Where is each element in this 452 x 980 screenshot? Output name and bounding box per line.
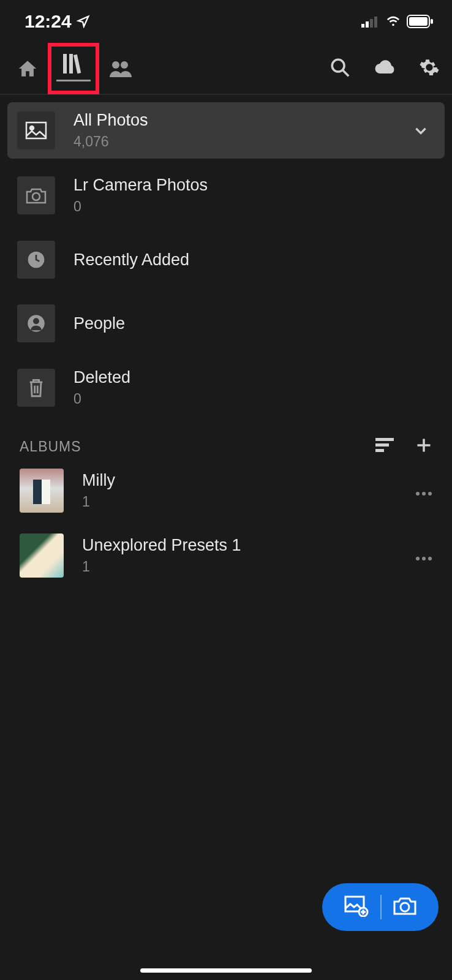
top-nav-bar <box>0 43 452 95</box>
svg-point-37 <box>401 903 409 911</box>
svg-point-29 <box>428 492 432 496</box>
collection-count: 0 <box>73 391 435 407</box>
svg-point-12 <box>332 59 344 72</box>
svg-rect-3 <box>374 17 377 28</box>
svg-rect-9 <box>73 54 81 74</box>
svg-rect-23 <box>375 443 389 447</box>
cloud-sync-button[interactable] <box>372 58 397 79</box>
svg-point-28 <box>422 492 426 496</box>
wifi-icon <box>385 15 402 28</box>
library-tab-underline <box>56 80 91 81</box>
status-bar-right <box>361 15 434 28</box>
svg-point-27 <box>416 492 420 496</box>
svg-point-16 <box>32 193 40 200</box>
fab-divider <box>380 895 382 919</box>
album-title: Unexplored Presets 1 <box>82 536 397 555</box>
camera-icon <box>26 187 47 204</box>
album-thumbnail <box>20 469 64 513</box>
collection-title: Recently Added <box>73 251 435 270</box>
status-time: 12:24 <box>24 11 72 32</box>
svg-rect-5 <box>409 17 428 26</box>
clock-icon <box>26 250 46 270</box>
svg-rect-7 <box>63 54 67 74</box>
svg-rect-24 <box>375 449 384 452</box>
collection-lr-camera[interactable]: Lr Camera Photos 0 <box>7 167 445 224</box>
sort-albums-button[interactable] <box>375 438 394 455</box>
albums-section-title: ALBUMS <box>20 439 375 455</box>
battery-icon <box>407 15 434 28</box>
shared-tab[interactable] <box>105 53 136 84</box>
import-photos-button[interactable] <box>344 895 369 919</box>
home-tab[interactable] <box>12 53 43 84</box>
collection-title: All Photos <box>73 111 394 130</box>
library-content: All Photos 4,076 Lr Camera Photos 0 Rece… <box>0 95 452 600</box>
settings-button[interactable] <box>419 57 440 80</box>
sort-icon <box>375 438 394 453</box>
library-icon <box>61 53 86 75</box>
svg-rect-22 <box>375 438 394 441</box>
signal-icon <box>361 15 380 28</box>
plus-icon <box>415 437 432 454</box>
svg-rect-2 <box>370 19 373 28</box>
album-count: 1 <box>82 559 397 575</box>
album-title: Milly <box>82 471 397 490</box>
svg-point-32 <box>428 557 432 560</box>
status-bar: 12:24 <box>0 0 452 43</box>
svg-point-10 <box>112 61 119 69</box>
more-icon <box>415 556 432 561</box>
photo-icon <box>25 121 47 140</box>
home-icon <box>17 58 38 79</box>
album-item[interactable]: Milly 1 <box>7 462 445 519</box>
album-count: 1 <box>82 494 397 510</box>
cloud-icon <box>372 58 397 77</box>
add-fab <box>322 883 439 931</box>
svg-point-30 <box>416 557 420 560</box>
library-tab-highlight <box>48 43 99 94</box>
home-indicator[interactable] <box>140 968 312 973</box>
people-icon <box>108 59 133 78</box>
svg-point-31 <box>422 557 426 560</box>
add-album-button[interactable] <box>415 437 432 456</box>
trash-icon <box>28 378 45 398</box>
location-icon <box>77 15 90 28</box>
collection-people[interactable]: People <box>7 296 445 351</box>
svg-point-15 <box>30 126 34 130</box>
collection-recently-added[interactable]: Recently Added <box>7 232 445 287</box>
gear-icon <box>419 57 440 78</box>
more-icon <box>415 491 432 496</box>
collection-deleted[interactable]: Deleted 0 <box>7 360 445 416</box>
svg-rect-8 <box>69 54 73 74</box>
camera-icon <box>393 896 417 916</box>
collection-title: Lr Camera Photos <box>73 176 435 195</box>
status-bar-left: 12:24 <box>24 11 90 32</box>
collection-all-photos[interactable]: All Photos 4,076 <box>7 102 445 159</box>
library-tab[interactable] <box>56 53 91 81</box>
chevron-down-icon[interactable] <box>413 123 429 138</box>
collection-title: People <box>73 314 435 333</box>
svg-rect-14 <box>26 123 46 138</box>
album-item[interactable]: Unexplored Presets 1 1 <box>7 527 445 584</box>
svg-rect-0 <box>361 24 364 28</box>
person-icon <box>27 314 45 333</box>
search-icon <box>330 57 350 78</box>
collection-count: 0 <box>73 198 435 215</box>
add-photo-icon <box>344 895 369 917</box>
album-thumbnail <box>20 533 64 578</box>
collection-title: Deleted <box>73 368 435 387</box>
svg-rect-6 <box>431 19 433 24</box>
svg-point-19 <box>33 318 39 324</box>
album-more-button[interactable] <box>415 546 432 565</box>
search-button[interactable] <box>330 57 350 80</box>
svg-line-13 <box>342 70 348 76</box>
svg-rect-1 <box>366 21 369 28</box>
collection-count: 4,076 <box>73 134 394 150</box>
svg-point-11 <box>121 61 128 69</box>
albums-section-header: ALBUMS <box>7 424 445 462</box>
album-more-button[interactable] <box>415 481 432 500</box>
open-camera-button[interactable] <box>393 896 417 918</box>
